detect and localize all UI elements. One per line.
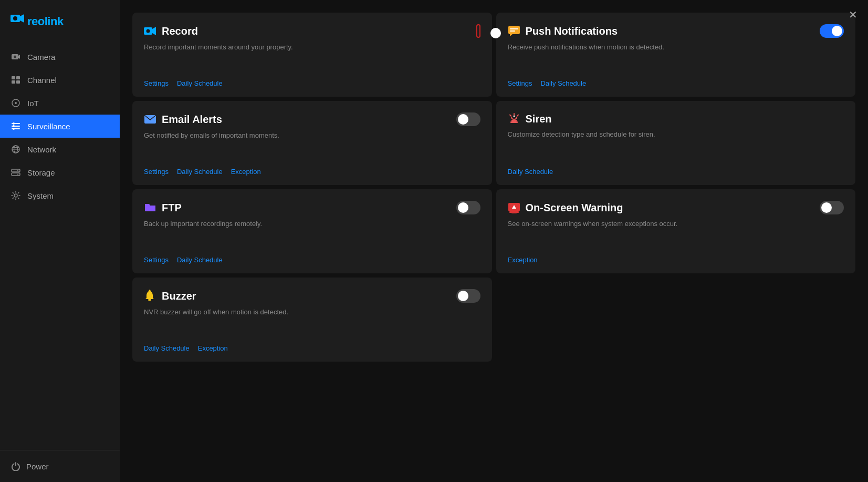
card-push-links: Settings Daily Schedule	[508, 79, 844, 87]
ftp-toggle[interactable]	[456, 201, 480, 214]
card-buzzer-header: Buzzer	[144, 289, 480, 303]
on-screen-warning-toggle[interactable]	[820, 201, 844, 214]
card-record-title-row: Record	[144, 25, 198, 37]
sidebar-item-network[interactable]: Network	[0, 138, 120, 161]
logo: reolink	[0, 0, 120, 45]
card-warning-title: On-Screen Warning	[526, 202, 623, 214]
svg-rect-9	[12, 80, 15, 84]
buzzer-daily-schedule-link[interactable]: Daily Schedule	[144, 344, 190, 352]
card-siren-header: Siren	[508, 112, 844, 125]
svg-rect-44	[148, 299, 151, 301]
sidebar-bottom: Power	[0, 450, 120, 482]
sidebar-item-storage[interactable]: Storage	[0, 161, 120, 184]
card-push-desc: Receive push notifications when motion i…	[508, 43, 844, 58]
card-ftp-desc: Back up important recordings remotely.	[144, 220, 480, 235]
sidebar-item-camera[interactable]: Camera	[0, 45, 120, 68]
card-siren: Siren Customize detection type and sched…	[496, 101, 856, 185]
record-daily-schedule-link[interactable]: Daily Schedule	[177, 79, 223, 87]
card-email-title-row: Email Alerts	[144, 114, 222, 126]
main-content: ✕ Record	[120, 0, 868, 482]
card-email-alerts: Email Alerts Get notified by emails of i…	[132, 101, 492, 185]
on-screen-warning-icon	[508, 202, 520, 213]
card-email-header: Email Alerts	[144, 112, 480, 126]
sidebar-nav: Camera Channel IoT	[0, 45, 120, 450]
warning-exception-link[interactable]: Exception	[508, 256, 538, 264]
card-ftp-title: FTP	[162, 202, 182, 214]
svg-rect-36	[511, 120, 517, 121]
card-siren-desc: Customize detection type and schedule fo…	[508, 130, 844, 146]
card-ftp-title-row: FTP	[144, 202, 182, 214]
record-settings-link[interactable]: Settings	[144, 79, 169, 87]
card-buzzer: Buzzer NVR buzzer will go off when motio…	[132, 278, 492, 362]
push-settings-link[interactable]: Settings	[508, 79, 532, 87]
power-label: Power	[26, 462, 49, 471]
sidebar-item-channel[interactable]: Channel	[0, 68, 120, 91]
email-alerts-toggle[interactable]	[456, 112, 480, 126]
svg-rect-23	[12, 169, 20, 172]
email-alerts-icon	[144, 115, 156, 124]
svg-point-2	[13, 16, 17, 20]
buzzer-toggle-slider	[456, 289, 480, 303]
card-record-title: Record	[162, 25, 198, 37]
svg-point-26	[17, 174, 18, 175]
storage-icon	[11, 167, 21, 178]
svg-point-27	[14, 194, 17, 197]
sidebar-item-iot-label: IoT	[27, 99, 39, 108]
svg-point-30	[147, 29, 150, 33]
ftp-toggle-slider	[456, 201, 480, 214]
svg-rect-8	[16, 76, 20, 79]
system-icon	[11, 190, 21, 201]
svg-point-16	[13, 125, 15, 127]
buzzer-icon	[144, 290, 156, 302]
card-email-links: Settings Daily Schedule Exception	[144, 168, 480, 176]
svg-point-45	[149, 290, 151, 291]
card-warning-links: Exception	[508, 256, 844, 264]
card-on-screen-warning: On-Screen Warning See on-screen warnings…	[496, 189, 856, 273]
ftp-settings-link[interactable]: Settings	[144, 256, 169, 264]
close-button[interactable]: ✕	[849, 8, 857, 21]
svg-marker-29	[152, 27, 156, 35]
card-record-header: Record	[144, 24, 480, 38]
buzzer-toggle[interactable]	[456, 289, 480, 303]
camera-icon	[11, 52, 21, 62]
svg-rect-7	[12, 76, 15, 79]
svg-point-6	[14, 56, 16, 58]
buzzer-exception-link[interactable]: Exception	[198, 344, 228, 352]
surveillance-icon	[11, 121, 21, 131]
card-ftp: FTP Back up important recordings remotel…	[132, 189, 492, 273]
push-daily-schedule-link[interactable]: Daily Schedule	[540, 79, 586, 87]
push-notifications-toggle[interactable]	[820, 24, 844, 38]
iot-icon	[11, 98, 21, 108]
card-buzzer-title-row: Buzzer	[144, 290, 196, 302]
svg-rect-31	[508, 26, 520, 34]
svg-marker-32	[510, 34, 513, 36]
siren-daily-schedule-link[interactable]: Daily Schedule	[508, 168, 553, 176]
svg-point-25	[17, 170, 18, 171]
sidebar-item-system[interactable]: System	[0, 184, 120, 207]
svg-point-38	[513, 116, 515, 117]
card-record: Record Record important moments around y…	[132, 13, 492, 97]
sidebar-item-iot[interactable]: IoT	[0, 91, 120, 115]
email-daily-schedule-link[interactable]: Daily Schedule	[177, 168, 223, 176]
svg-rect-34	[510, 30, 515, 32]
record-toggle-highlight	[476, 24, 480, 38]
sidebar-item-surveillance[interactable]: Surveillance	[0, 115, 120, 138]
card-push-notifications: Push Notifications Receive push notifica…	[496, 13, 856, 97]
network-icon	[11, 144, 21, 155]
ftp-icon	[144, 202, 156, 213]
svg-marker-1	[20, 14, 24, 23]
card-warning-title-row: On-Screen Warning	[508, 202, 623, 214]
sidebar-item-network-label: Network	[27, 145, 56, 154]
card-email-desc: Get notified by emails of important mome…	[144, 131, 480, 147]
sidebar-item-storage-label: Storage	[27, 168, 55, 177]
email-settings-link[interactable]: Settings	[144, 168, 169, 176]
power-button[interactable]: Power	[11, 461, 109, 471]
svg-rect-24	[12, 173, 20, 176]
card-email-title: Email Alerts	[162, 114, 222, 126]
reolink-logo: reolink	[11, 12, 79, 30]
card-warning-header: On-Screen Warning	[508, 201, 844, 214]
record-icon	[144, 26, 156, 36]
ftp-daily-schedule-link[interactable]: Daily Schedule	[177, 256, 223, 264]
email-exception-link[interactable]: Exception	[231, 168, 261, 176]
sidebar-item-camera-label: Camera	[27, 53, 55, 61]
